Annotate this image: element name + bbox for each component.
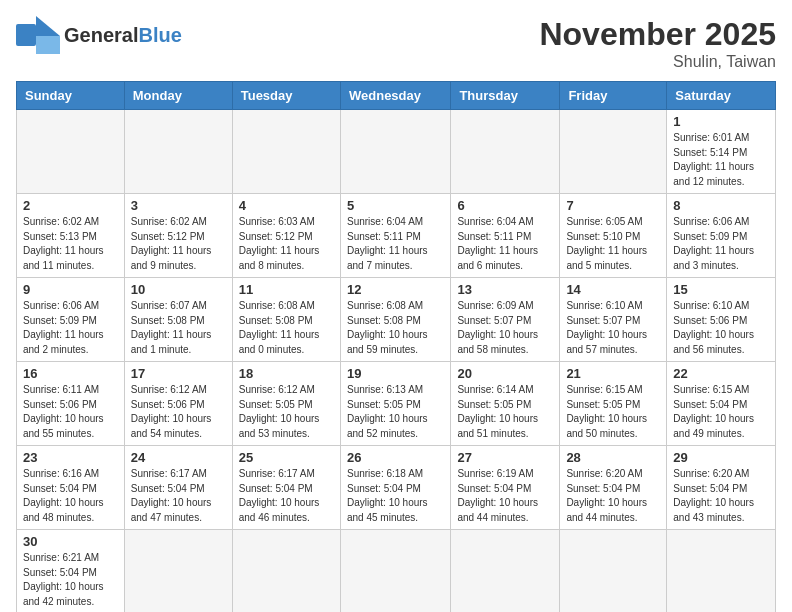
calendar-cell: 3Sunrise: 6:02 AMSunset: 5:12 PMDaylight… <box>124 194 232 278</box>
calendar-cell: 18Sunrise: 6:12 AMSunset: 5:05 PMDayligh… <box>232 362 340 446</box>
day-info: Sunrise: 6:20 AMSunset: 5:04 PMDaylight:… <box>566 467 660 525</box>
weekday-header-sunday: Sunday <box>17 82 125 110</box>
day-info: Sunrise: 6:18 AMSunset: 5:04 PMDaylight:… <box>347 467 444 525</box>
calendar-cell: 10Sunrise: 6:07 AMSunset: 5:08 PMDayligh… <box>124 278 232 362</box>
day-info: Sunrise: 6:07 AMSunset: 5:08 PMDaylight:… <box>131 299 226 357</box>
day-number: 28 <box>566 450 660 465</box>
calendar-cell: 15Sunrise: 6:10 AMSunset: 5:06 PMDayligh… <box>667 278 776 362</box>
calendar-header-row: SundayMondayTuesdayWednesdayThursdayFrid… <box>17 82 776 110</box>
calendar-cell: 23Sunrise: 6:16 AMSunset: 5:04 PMDayligh… <box>17 446 125 530</box>
calendar-week-2: 2Sunrise: 6:02 AMSunset: 5:13 PMDaylight… <box>17 194 776 278</box>
weekday-header-wednesday: Wednesday <box>340 82 450 110</box>
calendar-cell: 27Sunrise: 6:19 AMSunset: 5:04 PMDayligh… <box>451 446 560 530</box>
month-title: November 2025 <box>539 16 776 53</box>
calendar-cell: 21Sunrise: 6:15 AMSunset: 5:05 PMDayligh… <box>560 362 667 446</box>
day-info: Sunrise: 6:08 AMSunset: 5:08 PMDaylight:… <box>347 299 444 357</box>
calendar-cell <box>667 530 776 613</box>
day-number: 23 <box>23 450 118 465</box>
logo-blue: Blue <box>138 24 181 46</box>
day-info: Sunrise: 6:15 AMSunset: 5:04 PMDaylight:… <box>673 383 769 441</box>
day-number: 1 <box>673 114 769 129</box>
calendar-cell: 12Sunrise: 6:08 AMSunset: 5:08 PMDayligh… <box>340 278 450 362</box>
day-info: Sunrise: 6:04 AMSunset: 5:11 PMDaylight:… <box>457 215 553 273</box>
calendar-cell: 30Sunrise: 6:21 AMSunset: 5:04 PMDayligh… <box>17 530 125 613</box>
day-info: Sunrise: 6:20 AMSunset: 5:04 PMDaylight:… <box>673 467 769 525</box>
day-number: 9 <box>23 282 118 297</box>
day-info: Sunrise: 6:13 AMSunset: 5:05 PMDaylight:… <box>347 383 444 441</box>
calendar-week-4: 16Sunrise: 6:11 AMSunset: 5:06 PMDayligh… <box>17 362 776 446</box>
day-number: 15 <box>673 282 769 297</box>
weekday-header-tuesday: Tuesday <box>232 82 340 110</box>
day-number: 3 <box>131 198 226 213</box>
day-info: Sunrise: 6:10 AMSunset: 5:07 PMDaylight:… <box>566 299 660 357</box>
location: Shulin, Taiwan <box>539 53 776 71</box>
calendar-cell: 20Sunrise: 6:14 AMSunset: 5:05 PMDayligh… <box>451 362 560 446</box>
day-info: Sunrise: 6:12 AMSunset: 5:06 PMDaylight:… <box>131 383 226 441</box>
day-info: Sunrise: 6:06 AMSunset: 5:09 PMDaylight:… <box>23 299 118 357</box>
calendar-cell: 2Sunrise: 6:02 AMSunset: 5:13 PMDaylight… <box>17 194 125 278</box>
day-number: 16 <box>23 366 118 381</box>
calendar-cell: 25Sunrise: 6:17 AMSunset: 5:04 PMDayligh… <box>232 446 340 530</box>
logo-general: General <box>64 24 138 46</box>
day-number: 12 <box>347 282 444 297</box>
day-number: 25 <box>239 450 334 465</box>
day-info: Sunrise: 6:03 AMSunset: 5:12 PMDaylight:… <box>239 215 334 273</box>
calendar-cell: 17Sunrise: 6:12 AMSunset: 5:06 PMDayligh… <box>124 362 232 446</box>
calendar-cell <box>124 530 232 613</box>
calendar-cell: 11Sunrise: 6:08 AMSunset: 5:08 PMDayligh… <box>232 278 340 362</box>
calendar-week-6: 30Sunrise: 6:21 AMSunset: 5:04 PMDayligh… <box>17 530 776 613</box>
day-number: 20 <box>457 366 553 381</box>
calendar-cell <box>560 530 667 613</box>
calendar-cell: 22Sunrise: 6:15 AMSunset: 5:04 PMDayligh… <box>667 362 776 446</box>
calendar-cell: 28Sunrise: 6:20 AMSunset: 5:04 PMDayligh… <box>560 446 667 530</box>
calendar-cell: 24Sunrise: 6:17 AMSunset: 5:04 PMDayligh… <box>124 446 232 530</box>
weekday-header-friday: Friday <box>560 82 667 110</box>
calendar-cell <box>451 110 560 194</box>
calendar-cell <box>17 110 125 194</box>
calendar-cell: 14Sunrise: 6:10 AMSunset: 5:07 PMDayligh… <box>560 278 667 362</box>
calendar-cell: 6Sunrise: 6:04 AMSunset: 5:11 PMDaylight… <box>451 194 560 278</box>
calendar-cell: 9Sunrise: 6:06 AMSunset: 5:09 PMDaylight… <box>17 278 125 362</box>
day-number: 26 <box>347 450 444 465</box>
calendar-cell <box>124 110 232 194</box>
day-info: Sunrise: 6:10 AMSunset: 5:06 PMDaylight:… <box>673 299 769 357</box>
svg-marker-2 <box>36 36 60 54</box>
calendar-cell: 7Sunrise: 6:05 AMSunset: 5:10 PMDaylight… <box>560 194 667 278</box>
calendar-cell: 19Sunrise: 6:13 AMSunset: 5:05 PMDayligh… <box>340 362 450 446</box>
calendar-cell <box>451 530 560 613</box>
calendar-week-1: 1Sunrise: 6:01 AMSunset: 5:14 PMDaylight… <box>17 110 776 194</box>
day-info: Sunrise: 6:02 AMSunset: 5:12 PMDaylight:… <box>131 215 226 273</box>
calendar-cell: 1Sunrise: 6:01 AMSunset: 5:14 PMDaylight… <box>667 110 776 194</box>
calendar-week-5: 23Sunrise: 6:16 AMSunset: 5:04 PMDayligh… <box>17 446 776 530</box>
day-number: 13 <box>457 282 553 297</box>
day-info: Sunrise: 6:06 AMSunset: 5:09 PMDaylight:… <box>673 215 769 273</box>
day-info: Sunrise: 6:01 AMSunset: 5:14 PMDaylight:… <box>673 131 769 189</box>
day-number: 21 <box>566 366 660 381</box>
day-number: 8 <box>673 198 769 213</box>
day-number: 14 <box>566 282 660 297</box>
day-number: 24 <box>131 450 226 465</box>
day-number: 27 <box>457 450 553 465</box>
calendar-cell: 4Sunrise: 6:03 AMSunset: 5:12 PMDaylight… <box>232 194 340 278</box>
logo: GeneralBlue <box>16 16 182 54</box>
day-info: Sunrise: 6:05 AMSunset: 5:10 PMDaylight:… <box>566 215 660 273</box>
day-info: Sunrise: 6:09 AMSunset: 5:07 PMDaylight:… <box>457 299 553 357</box>
day-info: Sunrise: 6:17 AMSunset: 5:04 PMDaylight:… <box>131 467 226 525</box>
calendar-table: SundayMondayTuesdayWednesdayThursdayFrid… <box>16 81 776 612</box>
day-number: 7 <box>566 198 660 213</box>
day-number: 19 <box>347 366 444 381</box>
day-number: 10 <box>131 282 226 297</box>
day-info: Sunrise: 6:04 AMSunset: 5:11 PMDaylight:… <box>347 215 444 273</box>
calendar-cell: 8Sunrise: 6:06 AMSunset: 5:09 PMDaylight… <box>667 194 776 278</box>
day-number: 30 <box>23 534 118 549</box>
calendar-cell: 13Sunrise: 6:09 AMSunset: 5:07 PMDayligh… <box>451 278 560 362</box>
day-number: 22 <box>673 366 769 381</box>
weekday-header-thursday: Thursday <box>451 82 560 110</box>
day-info: Sunrise: 6:16 AMSunset: 5:04 PMDaylight:… <box>23 467 118 525</box>
day-number: 29 <box>673 450 769 465</box>
page-header: GeneralBlue November 2025 Shulin, Taiwan <box>16 16 776 71</box>
day-info: Sunrise: 6:19 AMSunset: 5:04 PMDaylight:… <box>457 467 553 525</box>
day-number: 5 <box>347 198 444 213</box>
svg-marker-1 <box>36 16 60 36</box>
calendar-cell <box>232 110 340 194</box>
